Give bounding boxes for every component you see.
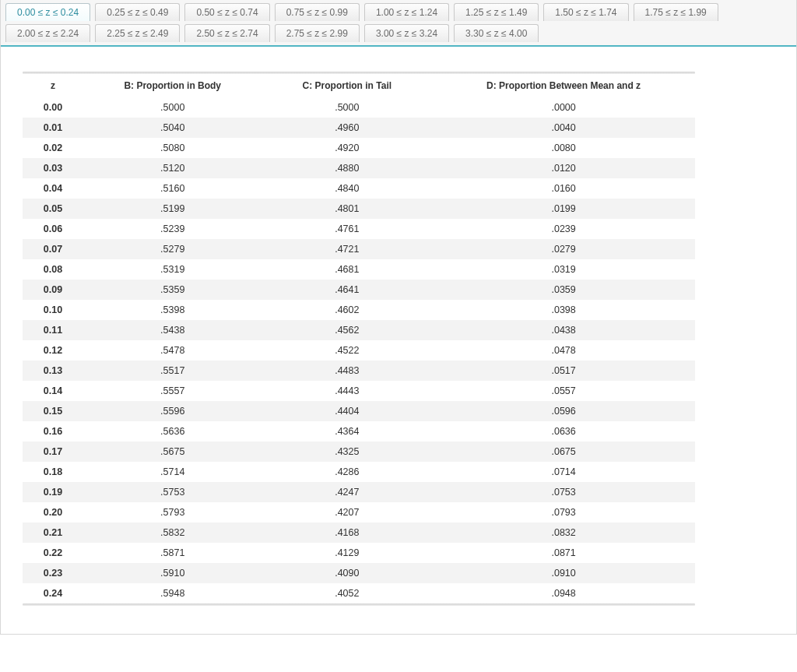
col-mean-cell: .0636 [432,421,695,442]
col-body-header: B: Proportion in Body [83,74,262,97]
col-tail-cell: .4602 [262,300,432,320]
col-z-cell: 0.01 [23,118,83,138]
col-z-cell: 0.24 [23,583,83,603]
col-z-cell: 0.17 [23,442,83,462]
tab-range[interactable]: 1.50 ≤ z ≤ 1.74 [543,3,628,21]
col-z-cell: 0.00 [23,97,83,118]
tab-range[interactable]: 0.00 ≤ z ≤ 0.24 [5,3,90,21]
col-tail-cell: .4960 [262,118,432,138]
col-body-cell: .5359 [83,280,262,300]
table-row: 0.12.5478.4522.0478 [23,340,695,361]
col-z-cell: 0.21 [23,522,83,543]
tab-range[interactable]: 2.25 ≤ z ≤ 2.49 [95,24,180,42]
col-body-cell: .5517 [83,361,262,381]
col-mean-cell: .0279 [432,239,695,259]
table-row: 0.23.5910.4090.0910 [23,563,695,583]
col-mean-cell: .0675 [432,442,695,462]
col-tail-cell: .4168 [262,522,432,543]
col-body-cell: .5948 [83,583,262,603]
col-body-cell: .5438 [83,320,262,340]
col-body-cell: .5319 [83,259,262,280]
tab-range[interactable]: 2.50 ≤ z ≤ 2.74 [184,24,269,42]
z-table: z B: Proportion in Body C: Proportion in… [23,74,695,603]
header-row: z B: Proportion in Body C: Proportion in… [23,74,695,97]
col-body-cell: .5239 [83,219,262,239]
col-tail-cell: .4129 [262,543,432,563]
col-body-cell: .5080 [83,138,262,158]
tab-range[interactable]: 3.00 ≤ z ≤ 3.24 [364,24,449,42]
table-row: 0.06.5239.4761.0239 [23,219,695,239]
col-mean-cell: .0596 [432,401,695,421]
col-body-cell: .5279 [83,239,262,259]
col-z-cell: 0.13 [23,361,83,381]
tab-range[interactable]: 0.50 ≤ z ≤ 0.74 [184,3,269,21]
col-z-cell: 0.04 [23,178,83,199]
col-tail-cell: .5000 [262,97,432,118]
col-tail-cell: .4681 [262,259,432,280]
col-tail-cell: .4522 [262,340,432,361]
tab-range[interactable]: 3.30 ≤ z ≤ 4.00 [454,24,539,42]
col-tail-cell: .4052 [262,583,432,603]
table-row: 0.10.5398.4602.0398 [23,300,695,320]
col-mean-cell: .0478 [432,340,695,361]
col-mean-cell: .0832 [432,522,695,543]
col-body-cell: .5832 [83,522,262,543]
table-bottom-rule [23,603,695,606]
table-row: 0.22.5871.4129.0871 [23,543,695,563]
col-mean-cell: .0199 [432,199,695,219]
col-z-cell: 0.23 [23,563,83,583]
col-mean-cell: .0714 [432,462,695,482]
table-row: 0.21.5832.4168.0832 [23,522,695,543]
col-body-cell: .5120 [83,158,262,178]
tab-range[interactable]: 1.00 ≤ z ≤ 1.24 [364,3,449,21]
col-tail-cell: .4247 [262,482,432,502]
col-body-cell: .5871 [83,543,262,563]
col-z-cell: 0.09 [23,280,83,300]
col-body-cell: .5636 [83,421,262,442]
tab-range[interactable]: 1.75 ≤ z ≤ 1.99 [634,3,718,21]
col-z-cell: 0.07 [23,239,83,259]
col-body-cell: .5714 [83,462,262,482]
col-mean-cell: .0793 [432,502,695,522]
table-row: 0.13.5517.4483.0517 [23,361,695,381]
col-z-cell: 0.06 [23,219,83,239]
col-z-cell: 0.18 [23,462,83,482]
col-mean-cell: .0319 [432,259,695,280]
col-mean-cell: .0517 [432,361,695,381]
tab-range[interactable]: 2.00 ≤ z ≤ 2.24 [5,24,90,42]
col-tail-cell: .4090 [262,563,432,583]
col-tail-cell: .4207 [262,502,432,522]
tab-range[interactable]: 1.25 ≤ z ≤ 1.49 [454,3,539,21]
col-z-cell: 0.11 [23,320,83,340]
table-row: 0.01.5040.4960.0040 [23,118,695,138]
col-tail-cell: .4364 [262,421,432,442]
col-z-cell: 0.05 [23,199,83,219]
col-body-cell: .5000 [83,97,262,118]
col-body-cell: .5675 [83,442,262,462]
table-row: 0.20.5793.4207.0793 [23,502,695,522]
table-row: 0.16.5636.4364.0636 [23,421,695,442]
table-row: 0.24.5948.4052.0948 [23,583,695,603]
col-z-cell: 0.20 [23,502,83,522]
col-tail-cell: .4483 [262,361,432,381]
col-tail-cell: .4562 [262,320,432,340]
col-mean-cell: .0000 [432,97,695,118]
col-z-cell: 0.22 [23,543,83,563]
col-mean-cell: .0160 [432,178,695,199]
table-row: 0.17.5675.4325.0675 [23,442,695,462]
table-row: 0.15.5596.4404.0596 [23,401,695,421]
col-body-cell: .5199 [83,199,262,219]
col-mean-cell: .0239 [432,219,695,239]
tab-range[interactable]: 2.75 ≤ z ≤ 2.99 [275,24,360,42]
col-z-cell: 0.19 [23,482,83,502]
col-body-cell: .5398 [83,300,262,320]
col-mean-cell: .0910 [432,563,695,583]
col-tail-cell: .4761 [262,219,432,239]
col-z-cell: 0.03 [23,158,83,178]
tab-range[interactable]: 0.25 ≤ z ≤ 0.49 [95,3,180,21]
col-mean-cell: .0080 [432,138,695,158]
col-z-cell: 0.15 [23,401,83,421]
col-mean-cell: .0753 [432,482,695,502]
table-row: 0.14.5557.4443.0557 [23,381,695,401]
tab-range[interactable]: 0.75 ≤ z ≤ 0.99 [275,3,360,21]
